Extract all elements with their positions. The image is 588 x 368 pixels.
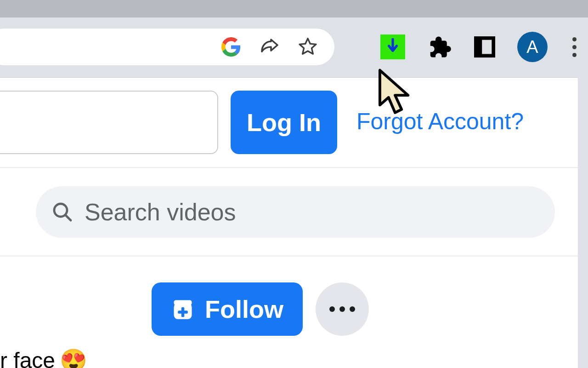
search-row: Search videos (0, 168, 578, 256)
login-button[interactable]: Log In (231, 91, 337, 154)
partial-caption-text: r face 😍 (0, 347, 87, 368)
follow-row: Follow (0, 256, 578, 362)
search-icon (51, 201, 74, 223)
password-field[interactable] (0, 91, 218, 154)
share-icon[interactable] (258, 36, 280, 58)
toolbar-right-icons: A (380, 29, 579, 65)
svg-rect-5 (174, 300, 192, 305)
heart-eyes-emoji: 😍 (60, 347, 87, 368)
browser-toolbar: A (0, 17, 588, 77)
avatar-letter: A (526, 37, 538, 57)
download-extension-icon[interactable] (380, 34, 405, 59)
svg-rect-7 (178, 310, 188, 314)
search-input[interactable]: Search videos (36, 186, 555, 238)
google-icon[interactable] (221, 37, 241, 57)
bookmark-star-icon[interactable] (298, 37, 318, 57)
search-placeholder: Search videos (85, 198, 236, 226)
more-actions-button[interactable] (316, 282, 369, 336)
svg-rect-1 (476, 38, 482, 56)
browser-menu-icon[interactable] (570, 37, 579, 57)
forgot-account-link[interactable]: Forgot Account? (356, 108, 524, 135)
svg-line-3 (65, 215, 71, 220)
follow-button[interactable]: Follow (152, 282, 303, 336)
login-bar: Log In Forgot Account? (0, 78, 578, 168)
extensions-puzzle-icon[interactable] (427, 34, 452, 59)
window-titlebar (0, 0, 588, 17)
side-panel-icon[interactable] (474, 36, 495, 58)
follow-label: Follow (205, 295, 283, 323)
address-bar[interactable] (0, 29, 334, 65)
profile-avatar[interactable]: A (517, 32, 548, 62)
follow-plus-icon (171, 297, 195, 321)
page-content: Log In Forgot Account? Search videos (0, 77, 578, 368)
scrollbar-gutter[interactable] (578, 77, 588, 368)
